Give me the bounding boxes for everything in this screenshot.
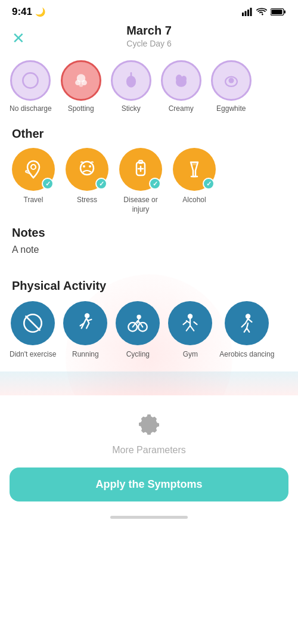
svg-rect-2: [247, 10, 249, 16]
activity-row: Didn't exercise Running Cycling: [0, 301, 298, 371]
physical-activity-title: Physical Activity: [0, 267, 298, 301]
svg-line-30: [26, 317, 40, 330]
signal-icon: [242, 8, 253, 16]
svg-point-19: [31, 165, 36, 169]
svg-line-41: [194, 322, 197, 324]
mucus-circle-sticky: [111, 60, 151, 101]
mucus-row: No discharge Spotting Sticky: [0, 54, 298, 121]
svg-line-39: [190, 326, 194, 330]
page-header: ✕ March 7 Cycle Day 6: [0, 21, 298, 54]
more-params-section[interactable]: More Parameters: [0, 395, 298, 467]
mucus-circle-no-discharge: [10, 60, 51, 101]
mucus-label: Spotting: [68, 104, 94, 113]
activity-circle-running: [63, 301, 107, 345]
other-row: ✓ Travel ✓ Stress ✓: [0, 148, 298, 226]
other-item-stress[interactable]: ✓ Stress: [63, 148, 111, 214]
mucus-item-creamy[interactable]: Creamy: [160, 60, 202, 113]
status-icons: [242, 8, 286, 16]
other-circle-stress: ✓: [66, 148, 108, 191]
other-label-travel: Travel: [24, 196, 44, 205]
activity-circle-gym: [168, 301, 212, 345]
svg-point-12: [126, 76, 136, 88]
svg-point-23: [89, 165, 91, 168]
other-label-alcohol: Alcohol: [182, 196, 206, 205]
notes-title: Notes: [0, 226, 298, 244]
svg-line-38: [187, 326, 190, 330]
mucus-item-sticky[interactable]: Sticky: [110, 60, 152, 113]
more-params-label: More Parameters: [112, 445, 186, 456]
svg-point-16: [181, 76, 187, 82]
battery-icon: [271, 8, 286, 16]
other-circle-alcohol: ✓: [173, 148, 216, 191]
other-label-disease: Disease or injury: [117, 196, 164, 214]
mucus-label: Creamy: [169, 104, 194, 113]
apply-symptoms-button[interactable]: Apply the Symptoms: [10, 467, 288, 501]
svg-rect-3: [250, 8, 252, 16]
svg-rect-5: [284, 11, 286, 14]
svg-point-7: [23, 73, 38, 88]
svg-rect-0: [242, 13, 244, 16]
page-title: March 7: [0, 24, 298, 38]
mucus-circle-creamy: [161, 60, 201, 101]
activity-label: Cycling: [126, 350, 150, 360]
activity-label: Running: [72, 350, 99, 360]
activity-circle-aerobics: [225, 301, 269, 345]
svg-point-18: [228, 78, 234, 83]
activity-item-running[interactable]: Running: [62, 301, 108, 360]
home-bar: [110, 516, 188, 519]
activity-circle-cycling: [116, 301, 160, 345]
activity-label: Didn't exercise: [10, 350, 56, 360]
mucus-item-eggwhite[interactable]: Eggwhite: [210, 60, 252, 113]
gear-icon: [138, 413, 160, 440]
mucus-item-spotting[interactable]: Spotting: [60, 60, 102, 113]
svg-point-31: [85, 314, 89, 318]
activity-label: Gym: [183, 350, 198, 360]
mucus-label: Eggwhite: [216, 104, 246, 113]
check-badge-alcohol: ✓: [203, 178, 215, 190]
other-item-disease[interactable]: ✓ Disease or injury: [117, 148, 164, 214]
other-item-travel[interactable]: ✓ Travel: [10, 148, 57, 214]
mucus-item-no-discharge[interactable]: No discharge: [10, 60, 52, 113]
close-button[interactable]: ✕: [12, 30, 25, 46]
activity-item-cycling[interactable]: Cycling: [114, 301, 161, 360]
mucus-label: Sticky: [122, 104, 141, 113]
svg-line-40: [184, 322, 187, 324]
activity-item-gym[interactable]: Gym: [167, 301, 213, 360]
other-item-alcohol[interactable]: ✓ Alcohol: [170, 148, 218, 214]
svg-point-21: [80, 162, 94, 175]
activity-circle-no-exercise: [11, 301, 55, 345]
check-badge-stress: ✓: [95, 178, 107, 190]
notes-text: A note: [0, 244, 298, 267]
status-bar: 9:41 🌙: [0, 0, 298, 21]
home-indicator: [0, 511, 298, 525]
activity-item-aerobics[interactable]: Aerobics dancing: [219, 301, 274, 360]
other-circle-disease: ✓: [119, 148, 162, 191]
mucus-circle-spotting: [61, 60, 101, 101]
activity-item-no-exercise[interactable]: Didn't exercise: [10, 301, 56, 360]
svg-point-22: [83, 165, 85, 168]
cycle-day: Cycle Day 6: [0, 39, 298, 48]
other-label-stress: Stress: [77, 196, 97, 205]
other-circle-travel: ✓: [12, 148, 55, 191]
svg-point-11: [79, 83, 83, 87]
bottom-gradient: [0, 371, 298, 395]
status-time: 9:41 🌙: [12, 6, 45, 18]
check-badge-disease: ✓: [149, 178, 161, 190]
mucus-circle-eggwhite: [211, 60, 252, 101]
other-section-title: Other: [0, 121, 298, 148]
activity-label: Aerobics dancing: [219, 350, 274, 360]
wifi-icon: [256, 8, 267, 16]
mucus-label: No discharge: [10, 104, 52, 113]
svg-rect-1: [245, 11, 247, 17]
check-badge-travel: ✓: [42, 178, 54, 190]
svg-point-42: [246, 314, 250, 318]
svg-point-20: [26, 170, 29, 172]
svg-rect-6: [272, 10, 283, 14]
